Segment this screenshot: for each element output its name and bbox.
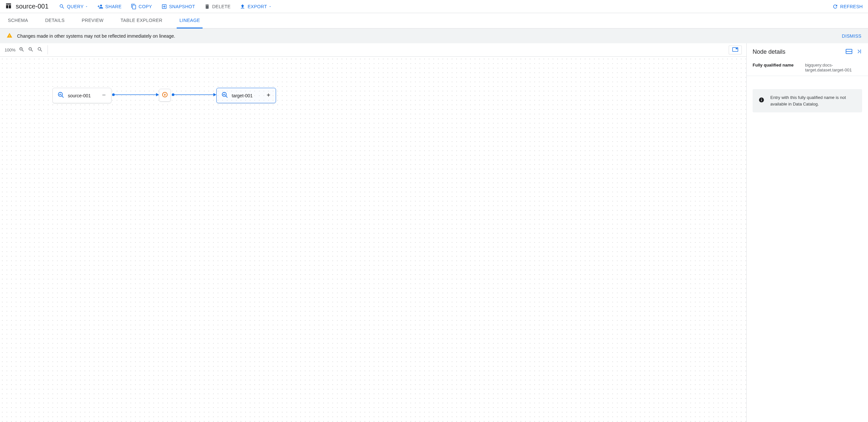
collapse-icon[interactable] [101, 92, 106, 99]
detail-label: Fully qualified name [753, 63, 799, 67]
svg-line-8 [226, 96, 227, 98]
snapshot-button[interactable]: SNAPSHOT [161, 4, 195, 9]
warning-icon [6, 32, 12, 39]
tab-details[interactable]: DETAILS [42, 13, 67, 29]
zoom-out-icon[interactable] [28, 46, 34, 54]
svg-rect-13 [761, 99, 762, 99]
svg-rect-1 [736, 48, 738, 49]
delete-button[interactable]: DELETE [204, 4, 230, 9]
person-add-icon [97, 4, 103, 9]
tab-preview[interactable]: PREVIEW [79, 13, 106, 29]
collapse-panel-icon[interactable] [856, 48, 862, 55]
zoom-reset-icon[interactable] [37, 46, 43, 54]
tabs-bar: SCHEMA DETAILS PREVIEW TABLE EXPLORER LI… [0, 13, 868, 29]
node-label: target-001 [232, 93, 262, 98]
arrowhead-icon [156, 93, 159, 96]
page-title: source-001 [16, 3, 49, 10]
info-box: Entry with this fully qualified name is … [753, 89, 862, 112]
upload-icon [240, 4, 246, 9]
expand-icon[interactable] [266, 92, 271, 99]
toolbar-divider [48, 45, 48, 54]
edge-dot [112, 93, 115, 96]
bigquery-icon [221, 91, 228, 100]
chevron-down-icon [269, 5, 272, 8]
node-details-panel: Node details Fully qualified name bigque… [747, 43, 868, 422]
chevron-down-icon [85, 5, 88, 8]
copy-button[interactable]: COPY [131, 4, 152, 9]
node-label: source-001 [68, 93, 98, 98]
refresh-icon [832, 4, 838, 9]
detail-value: bigquery:docs-target.dataset.target-001 [805, 63, 862, 72]
lineage-canvas[interactable]: source-001 target-001 [0, 57, 746, 422]
info-text: Entry with this fully qualified name is … [770, 94, 856, 107]
svg-line-5 [62, 96, 64, 98]
info-icon [758, 94, 765, 104]
trash-icon [204, 4, 210, 9]
zoom-level: 100% [5, 47, 16, 53]
bigquery-icon [57, 91, 65, 100]
details-title: Node details [753, 48, 842, 55]
arrowhead-icon [213, 93, 216, 96]
tab-table-explorer[interactable]: TABLE EXPLORER [118, 13, 165, 29]
canvas-toolbar: 100% [0, 43, 746, 57]
page-header: source-001 QUERY SHARE COPY SNAPSHOT [0, 0, 868, 13]
svg-rect-12 [761, 100, 762, 101]
edge-dot [172, 93, 175, 96]
query-button[interactable]: QUERY [59, 4, 88, 9]
tab-schema[interactable]: SCHEMA [5, 13, 31, 29]
detail-row-fqn: Fully qualified name bigquery:docs-targe… [747, 59, 868, 76]
zoom-in-icon[interactable] [19, 46, 25, 54]
lineage-node-target[interactable]: target-001 [216, 88, 276, 103]
search-icon [59, 4, 65, 9]
table-icon [5, 3, 12, 10]
copy-icon [131, 4, 137, 9]
fullscreen-button[interactable] [729, 45, 742, 54]
snapshot-icon [161, 4, 167, 9]
refresh-button[interactable]: REFRESH [832, 4, 863, 9]
banner-text: Changes made in other systems may not be… [17, 33, 175, 39]
lineage-node-source[interactable]: source-001 [53, 88, 112, 103]
info-banner: Changes made in other systems may not be… [0, 29, 868, 43]
process-icon [161, 91, 168, 99]
dismiss-button[interactable]: DISMISS [842, 33, 862, 39]
share-button[interactable]: SHARE [97, 4, 122, 9]
export-button[interactable]: EXPORT [240, 4, 271, 9]
panel-layout-icon[interactable] [846, 49, 852, 55]
lineage-node-process[interactable] [159, 89, 171, 102]
tab-lineage[interactable]: LINEAGE [177, 13, 203, 29]
